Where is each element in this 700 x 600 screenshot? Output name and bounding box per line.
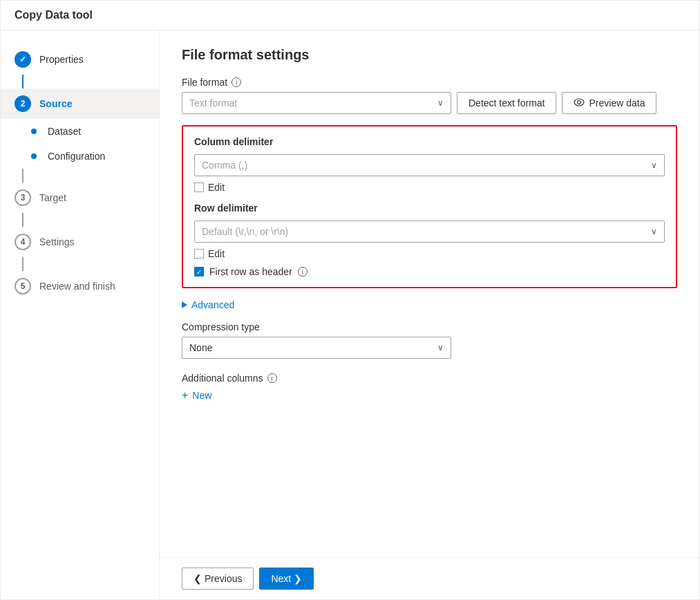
compression-label: Compression type	[182, 321, 677, 332]
row-delimiter-dropdown[interactable]: Default (\r,\n, or \r\n) ∨	[194, 221, 665, 243]
step-dot-dataset	[31, 129, 37, 134]
sidebar-label-review: Review and finish	[39, 281, 115, 292]
first-row-header-checkbox[interactable]	[194, 267, 204, 276]
additional-columns-section: Additional columns i + New	[182, 373, 677, 402]
next-button[interactable]: Next ❯	[259, 568, 314, 590]
new-label: New	[192, 390, 211, 401]
previous-button[interactable]: ❮ Previous	[182, 568, 254, 590]
next-label: Next	[271, 573, 291, 584]
row-delimiter-edit-label: Edit	[208, 248, 225, 259]
sidebar: ✓ Properties 2 Source Dataset Configurat…	[1, 30, 160, 599]
column-delimiter-edit-checkbox[interactable]	[194, 182, 204, 192]
step-circle-properties: ✓	[15, 51, 31, 68]
compression-dropdown[interactable]: None ∨	[182, 337, 451, 359]
delimiter-section: Column delimiter Comma (,) ∨ Edit Row de…	[182, 125, 677, 288]
connector-2	[22, 169, 23, 182]
svg-point-1	[578, 100, 581, 104]
preview-icon	[574, 97, 585, 110]
file-format-value: Text format	[189, 97, 237, 109]
connector-4	[22, 257, 23, 271]
main-panel: File format settings File format i Text …	[160, 30, 699, 599]
file-format-dropdown[interactable]: Text format ∨	[182, 92, 451, 114]
plus-icon: +	[182, 389, 188, 402]
preview-data-label: Preview data	[589, 97, 645, 109]
sidebar-item-source[interactable]: 2 Source	[1, 88, 159, 119]
sidebar-label-dataset: Dataset	[48, 126, 81, 137]
additional-columns-info-icon[interactable]: i	[267, 373, 277, 383]
sidebar-label-source: Source	[39, 98, 72, 109]
sidebar-label-settings: Settings	[39, 236, 75, 247]
additional-columns-label: Additional columns i	[182, 373, 677, 384]
add-new-button[interactable]: + New	[182, 389, 677, 402]
row-delimiter-value: Default (\r,\n, or \r\n)	[202, 226, 288, 237]
column-delimiter-edit-label: Edit	[208, 182, 225, 193]
sidebar-label-configuration: Configuration	[48, 151, 105, 162]
column-delimiter-label: Column delimiter	[194, 136, 665, 147]
row-delimiter-chevron: ∨	[651, 227, 657, 236]
sidebar-item-properties[interactable]: ✓ Properties	[1, 44, 159, 75]
step-circle-review: 5	[15, 278, 31, 294]
step-circle-settings: 4	[15, 234, 31, 250]
detect-text-format-button[interactable]: Detect text format	[457, 92, 556, 114]
row-delimiter-label: Row delimiter	[194, 203, 665, 214]
first-row-header-info-icon[interactable]: i	[298, 267, 308, 276]
sidebar-label-properties: Properties	[39, 54, 84, 65]
step-dot-configuration	[31, 153, 37, 159]
advanced-triangle-icon	[182, 301, 187, 308]
sidebar-item-configuration[interactable]: Configuration	[1, 144, 159, 169]
file-format-chevron: ∨	[437, 98, 444, 108]
row-delimiter-edit-checkbox[interactable]	[194, 249, 204, 259]
first-row-header-label: First row as header	[209, 266, 292, 277]
preview-data-button[interactable]: Preview data	[562, 92, 656, 114]
step-circle-source: 2	[15, 95, 31, 112]
compression-chevron: ∨	[437, 343, 444, 353]
file-format-info-icon[interactable]: i	[231, 77, 241, 87]
column-delimiter-dropdown[interactable]: Comma (,) ∨	[194, 154, 665, 176]
advanced-label: Advanced	[191, 299, 234, 310]
sidebar-item-dataset[interactable]: Dataset	[1, 119, 159, 144]
footer: ❮ Previous Next ❯	[160, 557, 699, 599]
page-title: File format settings	[182, 47, 677, 63]
chevron-left-icon: ❮	[193, 573, 202, 584]
sidebar-label-target: Target	[39, 192, 66, 203]
sidebar-item-settings[interactable]: 4 Settings	[1, 227, 159, 257]
file-format-label: File format i	[182, 77, 677, 88]
connector-1	[22, 75, 23, 88]
svg-point-0	[574, 99, 584, 106]
connector-3	[22, 213, 23, 227]
previous-label: Previous	[205, 573, 242, 584]
app-title: Copy Data tool	[15, 9, 685, 21]
chevron-right-icon: ❯	[294, 573, 302, 584]
compression-value: None	[189, 342, 212, 353]
sidebar-item-target[interactable]: 3 Target	[1, 182, 159, 213]
step-circle-target: 3	[15, 189, 31, 206]
sidebar-item-review[interactable]: 5 Review and finish	[1, 271, 159, 301]
column-delimiter-value: Comma (,)	[202, 160, 247, 171]
compression-section: Compression type None ∨	[182, 321, 677, 359]
advanced-toggle[interactable]: Advanced	[182, 299, 677, 310]
column-delimiter-chevron: ∨	[651, 160, 657, 170]
